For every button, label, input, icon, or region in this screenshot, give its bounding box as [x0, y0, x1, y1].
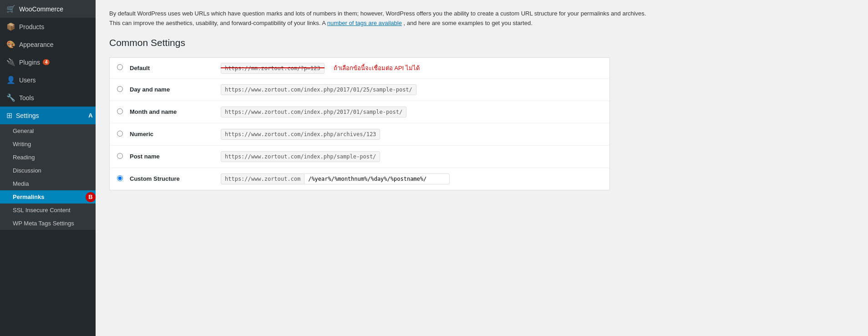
numeric-radio-col [117, 131, 130, 138]
sidebar-label-appearance: Appearance [19, 41, 54, 48]
submenu-media[interactable]: Media [0, 177, 96, 190]
custom-radio-col [117, 175, 130, 183]
tools-icon: 🔧 [6, 93, 15, 102]
day-name-url: https://www.zortout.com/index.php/2017/0… [221, 84, 416, 95]
month-name-label: Month and name [130, 108, 221, 115]
sidebar-item-plugins[interactable]: 🔌 Plugins 4 [0, 53, 96, 71]
woocommerce-icon: 🛒 [6, 5, 15, 13]
default-url-wrapper: https://mm.zortout.com/?p=123 [221, 65, 325, 71]
sidebar-label-tools: Tools [19, 94, 34, 102]
intro-text-end: , and here are some examples to get you … [404, 20, 533, 26]
permalink-row-default: Default https://mm.zortout.com/?p=123 ถ้… [110, 58, 609, 79]
permalink-row-custom: Custom Structure https://www.zortout.com [110, 168, 609, 190]
sidebar-label-woocommerce: WooCommerce [19, 5, 63, 13]
products-icon: 📦 [6, 22, 15, 31]
submenu-reading[interactable]: Reading [0, 151, 96, 164]
custom-structure-input[interactable] [304, 173, 450, 184]
callout-a-badge: A [86, 111, 96, 121]
post-name-label: Post name [130, 153, 221, 160]
post-name-radio-col [117, 153, 130, 160]
numeric-radio[interactable] [117, 131, 123, 137]
sidebar-label-settings: Settings [16, 112, 39, 119]
submenu-discussion[interactable]: Discussion [0, 164, 96, 177]
settings-submenu: General Writing Reading Discussion Media… [0, 124, 96, 230]
plugins-icon: 🔌 [6, 58, 15, 66]
month-name-radio[interactable] [117, 108, 123, 114]
submenu-writing[interactable]: Writing [0, 137, 96, 151]
settings-icon: ⊞ [6, 111, 12, 120]
sidebar-item-woocommerce[interactable]: 🛒 WooCommerce [0, 0, 96, 18]
default-label: Default [130, 65, 221, 71]
sidebar-item-tools[interactable]: 🔧 Tools [0, 89, 96, 107]
post-name-url: https://www.zortout.com/index.php/sample… [221, 151, 380, 162]
permalink-row-month-name: Month and name https://www.zortout.com/i… [110, 101, 609, 123]
sidebar-item-users[interactable]: 👤 Users [0, 71, 96, 89]
day-name-radio[interactable] [117, 86, 123, 92]
custom-radio[interactable] [117, 175, 123, 181]
custom-url-prefix: https://www.zortout.com [221, 173, 304, 184]
sidebar-item-settings[interactable]: ⊞ Settings ◄ A [0, 107, 96, 124]
permalink-row-day-name: Day and name https://www.zortout.com/ind… [110, 79, 609, 101]
day-name-radio-col [117, 86, 130, 93]
submenu-general[interactable]: General [0, 124, 96, 137]
users-icon: 👤 [6, 76, 15, 84]
sidebar-label-plugins: Plugins [19, 59, 40, 66]
sidebar: 🛒 WooCommerce 📦 Products 🎨 Appearance 🔌 … [0, 0, 96, 336]
day-name-label: Day and name [130, 86, 221, 93]
intro-paragraph: By default WordPress uses web URLs which… [109, 9, 655, 28]
permalink-options-table: Default https://mm.zortout.com/?p=123 ถ้… [109, 57, 610, 190]
submenu-wpmeta[interactable]: WP Meta Tags Settings [0, 217, 96, 230]
appearance-icon: 🎨 [6, 40, 15, 49]
default-radio[interactable] [117, 64, 123, 70]
callout-b-badge: B [86, 192, 96, 202]
permalink-row-post-name: Post name https://www.zortout.com/index.… [110, 146, 609, 168]
numeric-url: https://www.zortout.com/index.php/archiv… [221, 129, 380, 140]
section-title: Common Settings [109, 37, 854, 48]
sidebar-item-appearance[interactable]: 🎨 Appearance [0, 36, 96, 53]
sidebar-item-products[interactable]: 📦 Products [0, 18, 96, 36]
month-name-url: https://www.zortout.com/index.php/2017/0… [221, 107, 406, 117]
plugins-badge: 4 [43, 59, 50, 65]
permalink-row-numeric: Numeric https://www.zortout.com/index.ph… [110, 123, 609, 146]
sidebar-label-products: Products [19, 23, 44, 31]
default-warning-text: ถ้าเลือกข้อนี้จะเชื่อมต่อ API ไม่ได้ [334, 63, 420, 73]
sidebar-label-users: Users [19, 76, 36, 84]
month-name-radio-col [117, 108, 130, 116]
custom-label: Custom Structure [130, 175, 221, 182]
default-url: https://mm.zortout.com/?p=123 [221, 63, 325, 74]
submenu-permalinks[interactable]: Permalinks [0, 190, 96, 204]
default-radio-col [117, 64, 130, 71]
post-name-radio[interactable] [117, 153, 123, 159]
numeric-label: Numeric [130, 131, 221, 137]
main-content: By default WordPress uses web URLs which… [96, 0, 868, 336]
intro-link[interactable]: number of tags are available [327, 20, 402, 26]
submenu-ssl[interactable]: SSL Insecure Content [0, 204, 96, 217]
